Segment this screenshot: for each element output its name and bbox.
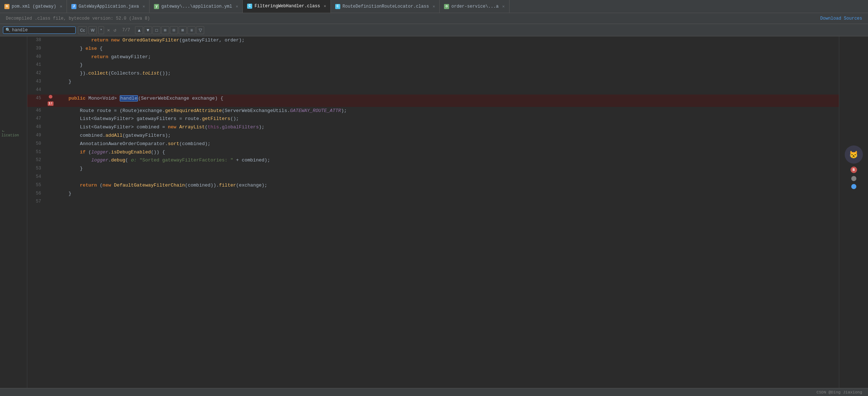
deco-dot-1	[851, 176, 856, 181]
main-content: r lication 38 return new OrderedGatewayF…	[0, 36, 868, 396]
whole-word-button[interactable]: W	[88, 26, 96, 34]
tab-label-yml: gateway\...\application.yml	[161, 4, 232, 9]
search-next-button[interactable]: ▼	[144, 26, 152, 34]
tab-order-service[interactable]: o order-service\...a ✕	[440, 0, 509, 13]
line-gutter	[45, 61, 56, 69]
search-count: 7/7	[122, 28, 130, 33]
line-number: 48	[27, 123, 45, 132]
search-extra-3[interactable]: ⊟	[170, 26, 178, 34]
right-decoration: 😾 B	[839, 36, 868, 396]
line-code: }	[56, 165, 839, 173]
case-sensitive-button[interactable]: Cc	[78, 26, 87, 34]
tab-icon-filtering: C	[247, 4, 252, 9]
code-table: 38 return new OrderedGatewayFilter(gatew…	[27, 36, 839, 206]
line-code	[56, 86, 839, 95]
tab-close-pom[interactable]: ✕	[60, 4, 62, 9]
search-navigation: ▲ ▼ □ ⊞ ⊟ ⊠ ≡ ▽	[135, 26, 204, 34]
breakpoint-dot	[49, 95, 52, 99]
tab-close-yml[interactable]: ✕	[236, 4, 238, 9]
search-input[interactable]	[12, 28, 63, 33]
line-gutter	[45, 45, 56, 53]
line-gutter	[45, 165, 56, 173]
tab-icon-gateway: J	[71, 4, 76, 9]
line-code: logger.debug( o: "Sorted gatewayFilterFa…	[56, 156, 839, 165]
code-scroll[interactable]: 38 return new OrderedGatewayFilter(gatew…	[27, 36, 839, 396]
line-number: 41	[27, 61, 45, 69]
line-number: 54	[27, 173, 45, 181]
search-extra-4[interactable]: ⊠	[179, 26, 187, 34]
tab-filtering-handler[interactable]: C FilteringWebHandler.class ✕	[243, 0, 331, 13]
tab-gateway-app[interactable]: J GateWayApplication.java ✕	[67, 0, 150, 13]
info-bar: Decompiled .class file, bytecode version…	[0, 13, 868, 24]
deco-dot-2	[851, 184, 856, 189]
line-gutter	[45, 140, 56, 148]
search-extra-2[interactable]: ⊞	[161, 26, 169, 34]
line-number: 40	[27, 53, 45, 61]
deco-badge-1: B	[851, 167, 857, 173]
line-number: 44	[27, 86, 45, 95]
line-gutter	[45, 132, 56, 140]
line-number: 42	[27, 69, 45, 78]
line-gutter	[45, 53, 56, 61]
line-number: 55	[27, 181, 45, 190]
tab-label-pom: pom.xml (gateway)	[12, 4, 56, 9]
search-controls: Cc W * ✕ ↺	[78, 26, 117, 34]
line-gutter	[45, 148, 56, 157]
decompiled-message: Decompiled .class file, bytecode version…	[6, 16, 150, 21]
line-code: if (logger.isDebugEnabled()) {	[56, 148, 839, 157]
tab-label-order: order-service\...a	[451, 4, 499, 9]
tab-close-order[interactable]: ✕	[502, 4, 505, 9]
line-number: 53	[27, 165, 45, 173]
line-code: Route route = (Route)exchange.getRequire…	[56, 107, 839, 115]
tab-label-gateway: GateWayApplication.java	[79, 4, 139, 9]
code-area: 38 return new OrderedGatewayFilter(gatew…	[27, 36, 839, 396]
line-code: }	[56, 78, 839, 86]
tab-close-filtering[interactable]: ✕	[324, 4, 326, 8]
line-gutter	[45, 115, 56, 123]
line-code: }).collect(Collectors.toList());	[56, 69, 839, 78]
search-icon: 🔍	[5, 28, 11, 32]
search-prev-button[interactable]: ▲	[135, 26, 143, 34]
download-sources-button[interactable]: Download Sources	[820, 16, 862, 21]
status-text: CSDN @Ding Jiaxiong	[817, 390, 862, 395]
regex-button[interactable]: *	[98, 26, 104, 34]
line-number: 38	[27, 36, 45, 45]
tab-yml[interactable]: y gateway\...\application.yml ✕	[150, 0, 243, 13]
tab-pom[interactable]: m pom.xml (gateway) ✕	[0, 0, 67, 13]
tab-route-locator[interactable]: C RouteDefinitionRouteLocator.class ✕	[331, 0, 440, 13]
line-code: } else {	[56, 45, 839, 53]
tab-close-route[interactable]: ✕	[433, 4, 435, 9]
search-bar: 🔍 Cc W * ✕ ↺ 7/7 ▲ ▼ □ ⊞ ⊟ ⊠ ≡ ▽	[0, 24, 868, 36]
tab-close-gateway[interactable]: ✕	[143, 4, 145, 9]
line-gutter	[45, 107, 56, 115]
line-number: 47	[27, 115, 45, 123]
tab-label-filtering: FilteringWebHandler.class	[254, 4, 320, 9]
search-extra-5[interactable]: ≡	[187, 26, 195, 34]
line-gutter	[45, 190, 56, 198]
sidebar-text-1: r	[0, 129, 7, 133]
line-number: 46	[27, 107, 45, 115]
line-code: return gatewayFilter;	[56, 53, 839, 61]
tab-icon-pom: m	[4, 4, 9, 9]
tab-icon-route: C	[335, 4, 340, 9]
line-code: List<GatewayFilter> gatewayFilters = rou…	[56, 115, 839, 123]
search-extra-1[interactable]: □	[152, 26, 160, 34]
line-gutter	[45, 156, 56, 165]
line-number: 50	[27, 140, 45, 148]
line-code	[56, 198, 839, 206]
tab-icon-order: o	[444, 4, 449, 9]
line-code: List<GatewayFilter> combined = new Array…	[56, 123, 839, 132]
line-code	[56, 173, 839, 181]
line-number: 57	[27, 198, 45, 206]
left-sidebar: r lication	[0, 36, 27, 396]
line-gutter	[45, 181, 56, 190]
line-number: 51	[27, 148, 45, 157]
line-number: 56	[27, 190, 45, 198]
line-code: return new OrderedGatewayFilter(gatewayF…	[56, 36, 839, 45]
deco-avatar: 😾	[845, 145, 863, 164]
status-bar: CSDN @Ding Jiaxiong	[0, 388, 868, 396]
line-gutter	[45, 36, 56, 45]
search-filter-button[interactable]: ▽	[196, 26, 204, 34]
line-gutter	[45, 69, 56, 78]
line-gutter	[45, 86, 56, 95]
